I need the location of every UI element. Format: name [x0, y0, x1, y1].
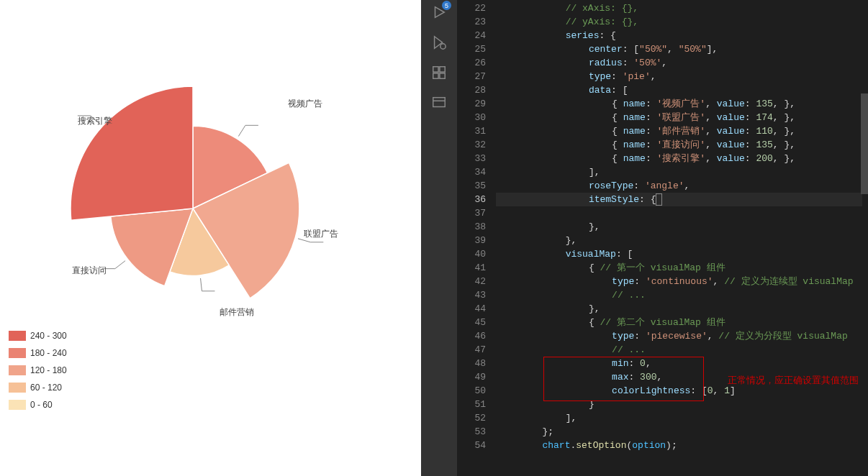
line-number: 27 — [457, 70, 486, 83]
code-line[interactable]: { name: '联盟广告', value: 174, }, — [496, 111, 862, 124]
line-number: 54 — [457, 439, 486, 452]
line-number: 32 — [457, 138, 486, 152]
legend-row[interactable]: 0 - 60 — [9, 396, 67, 413]
annotation-text: 正常情况，应正确设置其值范围 — [728, 374, 859, 387]
code-line[interactable]: roseType: 'angle', — [496, 179, 862, 193]
legend-swatch — [9, 365, 26, 375]
legend-label: 240 - 300 — [30, 331, 67, 341]
line-number: 50 — [457, 384, 486, 398]
pie-label-union: 联盟广告 — [304, 228, 338, 240]
line-number: 31 — [457, 124, 486, 138]
code-line[interactable]: series: { — [496, 29, 862, 42]
line-number: 34 — [457, 165, 486, 179]
code-line[interactable]: { name: '邮件营销', value: 110, }, — [496, 124, 862, 138]
line-number: 39 — [457, 234, 486, 247]
code-line[interactable]: { // 第一个 visualMap 组件 — [496, 261, 862, 275]
legend-label: 60 - 120 — [30, 383, 62, 393]
line-number: 47 — [457, 343, 486, 357]
line-number: 53 — [457, 425, 486, 439]
line-number: 33 — [457, 152, 486, 165]
pie-label-search: 搜索引擎 — [78, 115, 112, 127]
line-number: 22 — [457, 1, 486, 15]
rose-pie-chart — [0, 0, 421, 316]
line-number: 24 — [457, 29, 486, 42]
line-number: 38 — [457, 220, 486, 234]
line-number: 44 — [457, 302, 486, 316]
legend-label: 0 - 60 — [30, 400, 53, 410]
debug-alt-icon[interactable] — [430, 33, 448, 52]
code-line[interactable]: { name: '搜索引擎', value: 200, }, — [496, 152, 862, 165]
legend-label: 120 - 180 — [30, 365, 67, 375]
code-line[interactable]: }, — [496, 302, 862, 316]
code-line[interactable]: { name: '视频广告', value: 135, }, — [496, 97, 862, 111]
line-number: 51 — [457, 398, 486, 411]
line-gutter: 2223242526272829303132333435363738394041… — [457, 0, 496, 476]
code-line[interactable]: chart.setOption(option); — [496, 439, 862, 452]
legend-swatch — [9, 348, 26, 358]
code-line[interactable]: // yAxis: {}, — [496, 15, 862, 29]
code-line[interactable]: { name: '直接访问', value: 135, }, — [496, 138, 862, 152]
code-line[interactable]: // ... — [496, 288, 862, 302]
line-number: 42 — [457, 275, 486, 288]
preview-icon[interactable] — [430, 93, 448, 112]
leader-line — [201, 278, 215, 291]
line-number: 28 — [457, 83, 486, 97]
chart-panel: 视频广告 联盟广告 邮件营销 直接访问 搜索引擎 240 - 300 180 -… — [0, 0, 421, 476]
line-number: 29 — [457, 97, 486, 111]
line-number: 37 — [457, 206, 486, 220]
code-line[interactable]: { // 第二个 visualMap 组件 — [496, 316, 862, 329]
line-number: 36 — [457, 193, 486, 206]
svg-rect-7 — [433, 98, 446, 107]
line-number: 41 — [457, 261, 486, 275]
leader-line — [238, 125, 258, 136]
vertical-scrollbar[interactable] — [861, 93, 868, 194]
code-line[interactable] — [496, 206, 862, 220]
legend-label: 180 - 240 — [30, 348, 67, 358]
line-number: 23 — [457, 15, 486, 29]
line-number: 52 — [457, 411, 486, 425]
line-number: 46 — [457, 329, 486, 343]
visualmap-legend[interactable]: 240 - 300 180 - 240 120 - 180 60 - 120 0… — [9, 327, 67, 413]
line-number: 25 — [457, 42, 486, 56]
legend-row[interactable]: 60 - 120 — [9, 379, 67, 395]
code-line[interactable]: center: ["50%", "50%"], — [496, 42, 862, 56]
code-line[interactable]: type: 'piecewise', // 定义为分段型 visualMap — [496, 329, 862, 343]
svg-rect-3 — [433, 67, 438, 72]
legend-row[interactable]: 240 - 300 — [9, 327, 67, 344]
code-line[interactable]: itemStyle: { — [496, 193, 862, 206]
code-line[interactable]: ], — [496, 165, 862, 179]
code-line[interactable]: // ... — [496, 343, 862, 357]
legend-row[interactable]: 180 - 240 — [9, 344, 67, 361]
code-line[interactable]: ], — [496, 411, 862, 425]
code-line[interactable]: // xAxis: {}, — [496, 1, 862, 15]
minimap[interactable] — [862, 0, 868, 476]
pie-label-mail: 邮件营销 — [220, 306, 254, 319]
line-number: 40 — [457, 247, 486, 261]
code-line[interactable]: type: 'continuous', // 定义为连续型 visualMap — [496, 275, 862, 288]
code-line[interactable]: visualMap: [ — [496, 247, 862, 261]
pie-label-video: 视频广告 — [288, 98, 322, 110]
line-number: 43 — [457, 288, 486, 302]
legend-swatch — [9, 383, 26, 393]
line-number: 45 — [457, 316, 486, 329]
code-line[interactable]: data: [ — [496, 83, 862, 97]
activity-bar: 5 — [421, 0, 457, 476]
annotation-box — [543, 357, 704, 401]
code-line[interactable]: radius: '50%', — [496, 56, 862, 70]
run-debug-icon[interactable]: 5 — [430, 3, 448, 22]
badge-count: 5 — [442, 1, 451, 10]
code-area[interactable]: // xAxis: {}, // yAxis: {}, series: { ce… — [496, 0, 862, 476]
code-editor[interactable]: 2223242526272829303132333435363738394041… — [457, 0, 868, 476]
code-line[interactable]: }, — [496, 234, 862, 247]
svg-rect-5 — [433, 73, 438, 78]
line-number: 35 — [457, 179, 486, 193]
cursor — [656, 194, 661, 205]
legend-row[interactable]: 120 - 180 — [9, 362, 67, 378]
code-line[interactable]: }; — [496, 425, 862, 439]
legend-swatch — [9, 331, 26, 341]
extensions-icon[interactable] — [430, 63, 448, 82]
pie-slice[interactable] — [71, 86, 193, 220]
svg-rect-6 — [440, 73, 445, 78]
code-line[interactable]: type: 'pie', — [496, 70, 862, 83]
code-line[interactable]: }, — [496, 220, 862, 234]
